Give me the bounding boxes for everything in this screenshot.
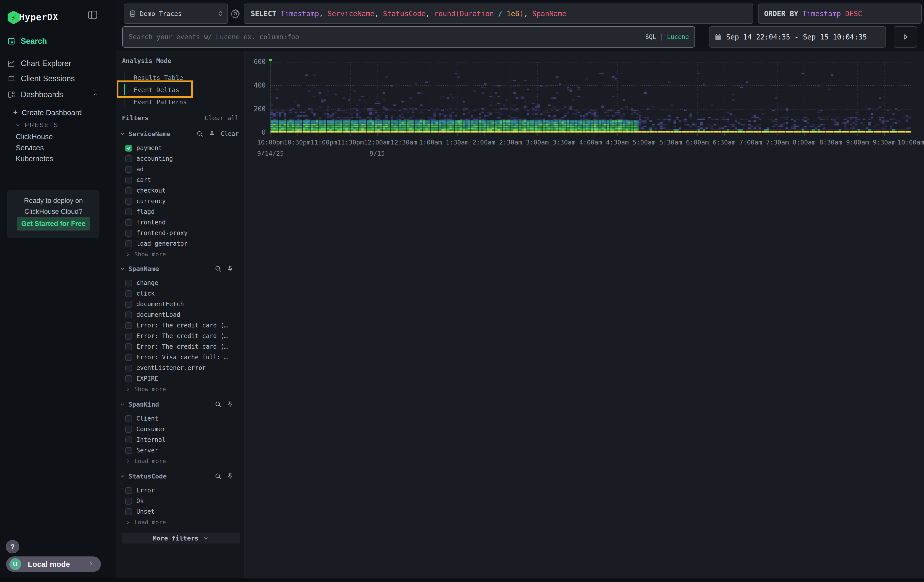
checkbox-unchecked[interactable] <box>125 241 132 247</box>
checkbox-unchecked[interactable] <box>125 280 132 287</box>
show-more-button[interactable]: Show more <box>125 249 201 260</box>
filter-option-client[interactable]: Client <box>125 413 237 424</box>
order-by-input[interactable]: ORDER BY Timestamp DESC <box>758 3 922 24</box>
local-mode-pill[interactable]: U Local mode <box>6 556 101 572</box>
filter-option-error-visa-cache-full[interactable]: Error: Visa cache full: … <box>125 352 237 363</box>
filter-option-payment[interactable]: payment <box>125 143 237 153</box>
sidebar-item-chart-explorer[interactable]: Chart Explorer <box>0 56 116 71</box>
preset-services[interactable]: Services <box>16 144 44 152</box>
time-range-picker[interactable]: Sep 14 22:04:35 - Sep 15 10:04:35 <box>709 26 886 48</box>
filter-option-expire[interactable]: EXPIRE <box>125 373 237 384</box>
search-input[interactable]: Search your events w/ Lucene ex. column:… <box>122 26 695 48</box>
filter-option-accounting[interactable]: accounting <box>125 153 237 164</box>
checkbox-unchecked[interactable] <box>125 508 132 515</box>
checkbox-unchecked[interactable] <box>125 354 132 361</box>
checkbox-unchecked[interactable] <box>125 415 132 422</box>
filter-option-ok[interactable]: Ok <box>125 496 237 506</box>
filter-option-flagd[interactable]: flagd <box>125 206 237 217</box>
filter-option-checkout[interactable]: checkout <box>125 185 237 196</box>
source-select[interactable]: Demo Traces <box>124 3 228 24</box>
sql-mode-toggle[interactable]: SQL <box>645 33 656 41</box>
checkbox-unchecked[interactable] <box>125 487 132 494</box>
filter-option-load-generator[interactable]: load-generator <box>125 238 237 249</box>
checkbox-unchecked[interactable] <box>125 437 132 444</box>
checkbox-unchecked[interactable] <box>125 198 132 205</box>
create-dashboard-button[interactable]: + Create Dashboard <box>0 106 116 119</box>
filter-option-error-the-credit-card[interactable]: Error: The credit card (… <box>125 320 237 331</box>
sql-select-input[interactable]: SELECT Timestamp, ServiceName, StatusCod… <box>244 3 753 24</box>
checkbox-unchecked[interactable] <box>125 155 132 162</box>
filter-section-name: StatusCode <box>129 473 167 480</box>
checkbox-unchecked[interactable] <box>125 426 132 433</box>
filter-option-change[interactable]: change <box>125 278 237 288</box>
sidebar-collapse-icon[interactable] <box>88 11 97 20</box>
checkbox-unchecked[interactable] <box>125 219 132 226</box>
search-icon[interactable] <box>196 130 203 137</box>
filter-option-currency[interactable]: currency <box>125 196 237 206</box>
filter-option-server[interactable]: Server <box>125 445 237 456</box>
checkbox-unchecked[interactable] <box>125 290 132 297</box>
presets-toggle[interactable]: PRESETS <box>0 119 116 131</box>
pin-icon[interactable] <box>227 401 234 408</box>
checkbox-unchecked[interactable] <box>125 498 132 505</box>
x-tick-mark <box>858 133 858 136</box>
checkbox-unchecked[interactable] <box>125 208 132 215</box>
duration-heatmap-chart[interactable] <box>271 62 911 133</box>
filter-option-cart[interactable]: cart <box>125 175 237 185</box>
filter-option-frontend[interactable]: frontend <box>125 217 237 228</box>
filter-option-error[interactable]: Error <box>125 485 237 496</box>
preset-kubernetes[interactable]: Kubernetes <box>16 155 53 163</box>
filter-option-error-the-credit-card[interactable]: Error: The credit card (… <box>125 331 237 341</box>
search-icon[interactable] <box>214 401 222 408</box>
analysis-mode-results-table[interactable]: Results Table <box>134 72 214 84</box>
checkbox-unchecked[interactable] <box>125 187 132 194</box>
gear-icon[interactable] <box>230 8 240 20</box>
checkbox-unchecked[interactable] <box>125 230 132 237</box>
more-filters-button[interactable]: More filters <box>122 533 240 544</box>
filter-option-ad[interactable]: ad <box>125 164 237 175</box>
pin-icon[interactable] <box>227 473 234 480</box>
filter-option-error-the-credit-card[interactable]: Error: The credit card (… <box>125 341 237 352</box>
clear-all-button[interactable]: Clear all <box>205 114 239 122</box>
load-more-button[interactable]: Load more <box>125 456 201 467</box>
filter-option-consumer[interactable]: Consumer <box>125 424 237 434</box>
checkbox-unchecked[interactable] <box>125 166 132 173</box>
help-button[interactable]: ? <box>6 540 19 553</box>
checkbox-unchecked[interactable] <box>125 333 132 340</box>
filter-option-click[interactable]: click <box>125 288 237 299</box>
analysis-mode-event-patterns[interactable]: Event Patterns <box>134 96 214 108</box>
checkbox-checked[interactable] <box>125 145 132 152</box>
play-button[interactable] <box>894 26 917 48</box>
checkbox-unchecked[interactable] <box>125 364 132 371</box>
pin-icon[interactable] <box>227 265 234 272</box>
filter-option-eventlistener-error[interactable]: eventListener.error <box>125 363 237 373</box>
plus-icon: + <box>13 108 18 117</box>
get-started-button[interactable]: Get Started for Free <box>17 217 90 231</box>
checkbox-unchecked[interactable] <box>125 176 132 183</box>
filter-option-documentload[interactable]: documentLoad <box>125 310 237 320</box>
search-icon[interactable] <box>214 473 222 480</box>
preset-clickhouse[interactable]: ClickHouse <box>16 133 53 141</box>
filter-option-frontend-proxy[interactable]: frontend-proxy <box>125 228 237 238</box>
clear-section-button[interactable]: Clear <box>221 130 239 137</box>
lucene-mode-toggle[interactable]: Lucene <box>667 33 689 41</box>
checkbox-unchecked[interactable] <box>125 375 132 382</box>
checkbox-unchecked[interactable] <box>125 301 132 308</box>
show-more-button[interactable]: Show more <box>125 384 201 394</box>
checkbox-unchecked[interactable] <box>125 322 132 329</box>
filter-option-internal[interactable]: Internal <box>125 434 237 445</box>
sidebar-item-search[interactable]: Search <box>0 34 116 48</box>
query-segment: ServiceName <box>327 10 374 18</box>
sidebar-item-client-sessions[interactable]: Client Sessions <box>0 72 116 86</box>
filter-option-unset[interactable]: Unset <box>125 506 237 517</box>
checkbox-unchecked[interactable] <box>125 447 132 454</box>
checkbox-unchecked[interactable] <box>125 312 132 318</box>
search-icon[interactable] <box>214 265 222 272</box>
checkbox-unchecked[interactable] <box>125 343 132 350</box>
filter-option-documentfetch[interactable]: documentFetch <box>125 299 237 310</box>
pin-icon[interactable] <box>208 130 216 137</box>
sidebar: ⚡ HyperDX Search Chart Explorer Client S… <box>0 0 116 582</box>
sidebar-item-dashboards[interactable]: Dashboards <box>0 87 116 102</box>
analysis-mode-event-deltas[interactable]: Event Deltas <box>134 84 214 96</box>
load-more-button[interactable]: Load more <box>125 517 201 528</box>
